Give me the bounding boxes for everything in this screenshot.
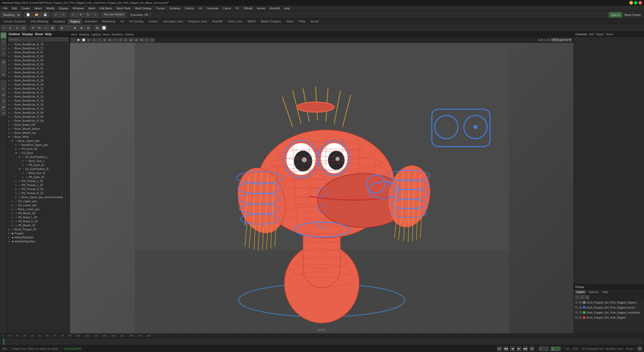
tab-rigging[interactable]: Rigging (68, 19, 82, 24)
viewport-tool-btn-3[interactable]: ◎ (86, 38, 91, 42)
tree-item[interactable]: ▶⬡Bone_BraidEnds_R_43 (7, 74, 70, 78)
current-frame-input[interactable] (551, 346, 561, 351)
timeline-ruler[interactable]: 0102030405060708090100110120130140150160… (1, 334, 643, 338)
menu-item-help[interactable]: Help (282, 6, 292, 10)
tab-xgen[interactable]: XGen (284, 19, 296, 24)
tab-animation[interactable]: Animation (82, 19, 100, 24)
tree-item[interactable]: ▶⬡Bone_BraidEnds_R_27 (7, 91, 70, 95)
tab-fx[interactable]: FX (118, 19, 127, 24)
gamma-select[interactable]: sRGB gamma (551, 38, 572, 42)
tab-mash[interactable]: MASH (245, 19, 258, 24)
play-forward-button[interactable]: ▶ (517, 346, 521, 351)
tree-item[interactable]: ▶⬡Bone_BraidEnds_R_16 (7, 103, 70, 107)
tab-custom[interactable]: Custom (146, 19, 160, 24)
sign-in-button[interactable]: Sign In (609, 12, 622, 18)
play-back-button[interactable]: ◀ (510, 346, 515, 351)
menu-item-mesh[interactable]: Mesh (86, 6, 97, 10)
tree-item[interactable]: ▶⬡Bone_BraidEnds_R_12 (7, 107, 70, 111)
viewport-tool-btn-6[interactable]: ★ (102, 38, 107, 42)
viewport-tool-btn-4[interactable]: ● (92, 38, 97, 42)
tab-animation_user[interactable]: Animation_User (161, 19, 185, 24)
mode-select[interactable]: Modeling Rigging Animation (1, 12, 21, 18)
camera-mode-button[interactable]: ⊙ (1, 98, 6, 104)
tree-item[interactable]: ▶⬡Bone_BraidEnds_R_00 (7, 119, 70, 123)
close-button[interactable] (638, 1, 642, 5)
viewport-tool-btn-12[interactable]: ▤ (134, 38, 139, 42)
menu-item-windows[interactable]: Windows (71, 6, 86, 10)
menu-item-mesh-display[interactable]: Mesh Display (133, 6, 154, 10)
tree-item[interactable]: ▶◉defaultRightSet (7, 235, 70, 239)
viewport-tool-btn-1[interactable]: 🔲 (76, 38, 81, 42)
select-mode-button[interactable]: ↖ (1, 33, 6, 38)
minimize-button[interactable] (629, 1, 633, 5)
menu-item-generate[interactable]: Generate (205, 6, 220, 10)
timeline-body[interactable] (1, 338, 643, 345)
menu-item-arnold[interactable]: Arnold (255, 6, 267, 10)
layer-tab-help[interactable]: Help (601, 290, 610, 294)
tab-polygons_user[interactable]: Polygons_User (186, 19, 210, 24)
new-file-button[interactable]: 📄 (24, 12, 32, 18)
tab-motion_graphics[interactable]: Motion Graphics (258, 19, 284, 24)
viewport-menu-show[interactable]: Show (103, 33, 110, 36)
viewport-tool-btn-7[interactable]: ⊞ (107, 38, 112, 42)
tree-item[interactable]: ▼◻Ctr_EyePosition_R (7, 167, 70, 171)
scale-tool-2[interactable]: ⤡ (43, 25, 49, 31)
viewport-tool-btn-10[interactable]: ⊕ (123, 38, 128, 42)
outliner-search-input[interactable] (8, 37, 69, 42)
layer-options-button[interactable]: ⊞ (585, 295, 589, 299)
tree-item[interactable]: ▶⬡Bone_Mouth_bottom (7, 127, 70, 131)
tree-item[interactable]: ▶◻Ctr_Lower_jaw (7, 203, 70, 207)
menu-item-curves[interactable]: Curves (154, 6, 167, 10)
select-tool[interactable]: ↖ (1, 25, 7, 31)
menu-item-fx[interactable]: FX (233, 6, 241, 10)
layer-visibility-btn[interactable]: V (575, 301, 578, 304)
paint-mode-button[interactable]: ✎ (1, 39, 6, 44)
viewport-tool-btn-15[interactable]: ◫ (150, 38, 155, 42)
tree-item[interactable]: ▶⬡Bone_BraidEnds_R_51 (7, 66, 70, 70)
viewport-tool-btn-5[interactable]: ⬡ (97, 38, 102, 42)
snap-curve[interactable]: ⌒ (65, 25, 71, 31)
tree-item[interactable]: ▶⬡Bone_BraidEnds_R_31 (7, 86, 70, 91)
menu-item-uv[interactable]: UV (196, 6, 204, 10)
layer-playback-btn[interactable]: P (579, 311, 582, 314)
delete-layer-button[interactable]: ✕ (580, 295, 584, 299)
layer-playback-btn[interactable]: P (579, 301, 582, 304)
rigging-mode-button[interactable]: ⋮ (1, 80, 6, 85)
curve-mode-button[interactable]: ∿ (1, 51, 6, 56)
menu-item-surfaces[interactable]: Surfaces (168, 6, 182, 10)
tree-item[interactable]: ▼⬡Bone_Upper_jaw (7, 139, 70, 143)
outliner-show-menu[interactable]: Show (35, 32, 43, 36)
tree-item[interactable]: ▶◆Pft_Eyes_01 (7, 163, 70, 167)
component-tool[interactable]: ⊡ (21, 25, 27, 31)
tree-item[interactable]: ▶◆Pft_Thread_R_23 (7, 191, 70, 195)
snap-surface[interactable]: ⊗ (78, 25, 85, 31)
tree-item[interactable]: ▶⬡Bone_BraidEnds_R_04 (7, 115, 70, 119)
channels-edit-btn[interactable]: Edit (589, 33, 594, 36)
tab-vray[interactable]: VRay (296, 19, 308, 24)
tree-item[interactable]: ▶⬡BoneEnd_Upper_jaw (7, 143, 70, 147)
tree-item[interactable]: ▶⬡Bone_BraidEnds_R_63 (7, 54, 70, 58)
menu-item-modify[interactable]: Modify (44, 6, 56, 10)
new-layer-button[interactable]: + (575, 295, 579, 299)
tree-item[interactable]: ▶⬡Bone_BraidEnds_R_55 (7, 62, 70, 66)
tree-item[interactable]: ▶⬡Bone_BraidEnds_R_71 (7, 46, 70, 50)
menu-item-select[interactable]: Select (32, 6, 44, 10)
undo-button[interactable]: ↩ (53, 12, 59, 18)
tree-item[interactable]: ▶◆Pft_Eyes_02 (7, 175, 70, 179)
menu-item-redshift[interactable]: Redshift (267, 6, 281, 10)
tree-item[interactable]: ▶⬡Bone_Mouth_top (7, 131, 70, 135)
redo-button[interactable]: ↪ (60, 12, 67, 18)
viewport-tool-btn-13[interactable]: ▥ (139, 38, 144, 42)
layer-row[interactable]: VPSock_Puppet_Girl_Pink_Rigged_controlle… (574, 310, 644, 315)
go-start-button[interactable]: ⏮ (497, 346, 502, 351)
tree-item[interactable]: ▶⬡Bone_BraidEnds_R_75 (7, 42, 70, 46)
start-frame-input[interactable] (539, 346, 549, 351)
viewport-menu-shading[interactable]: Shading (79, 33, 89, 36)
menu-item-deform[interactable]: Deform (183, 6, 196, 10)
tab-xgen_user[interactable]: XGen_User (225, 19, 245, 24)
tab-fit_caching[interactable]: Fit Caching (127, 19, 146, 24)
tree-item[interactable]: ▶◻Ctr_Upper_jaw (7, 199, 70, 203)
tab-poly_modeling[interactable]: Poly Modeling (28, 19, 51, 24)
tree-item[interactable]: ▶⬡Bone_Eye_L (7, 159, 70, 163)
move-tool-button[interactable]: ✛ (77, 12, 84, 18)
